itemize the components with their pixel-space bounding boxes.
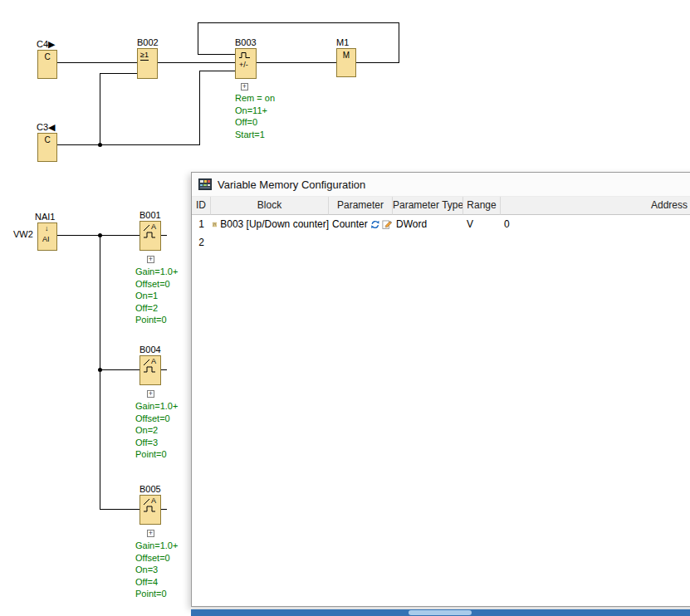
counter-symbol: +/- xyxy=(239,61,248,69)
block-b001-analog-trigger[interactable]: A xyxy=(139,221,161,251)
param-line: Point=0 xyxy=(135,314,178,326)
cursor-key-symbol: C xyxy=(38,135,56,144)
variable-memory-dialog: Variable Memory Configuration ID Block P… xyxy=(191,172,690,607)
param-line: Gain=1.0+ xyxy=(135,400,178,413)
wire[interactable] xyxy=(158,62,235,63)
output-stub xyxy=(161,235,167,236)
column-header-range[interactable]: Range xyxy=(463,197,501,215)
connector-label-c4: C4▶ xyxy=(37,39,56,50)
wire[interactable] xyxy=(356,62,399,63)
param-line: On=3 xyxy=(135,564,178,576)
operand-label-vw2: VW2 xyxy=(13,229,33,239)
expand-params-icon[interactable]: + xyxy=(147,256,154,263)
dialog-title: Variable Memory Configuration xyxy=(218,178,365,191)
table-row[interactable]: 2 xyxy=(192,233,690,252)
cursor-key-symbol: C xyxy=(38,52,56,61)
cell-block[interactable]: B003 [Up/Down counter] xyxy=(211,218,329,230)
analog-input-symbol: AI xyxy=(42,235,50,243)
column-header-parameter[interactable]: Parameter xyxy=(329,197,393,215)
or-gate-symbol: ≥1 xyxy=(140,51,149,61)
output-stub xyxy=(161,509,167,510)
table-header: ID Block Parameter Parameter Type Range … xyxy=(192,197,690,215)
wire[interactable] xyxy=(57,62,137,63)
wire[interactable] xyxy=(198,22,198,54)
block-c4[interactable]: C xyxy=(37,50,57,79)
param-line: Point=0 xyxy=(135,448,178,461)
param-line: Offset=0 xyxy=(135,413,178,425)
wire[interactable] xyxy=(100,73,137,74)
dialog-icon xyxy=(198,178,212,191)
cell-parameter[interactable]: Counter xyxy=(329,218,393,230)
horizontal-scrollbar[interactable] xyxy=(191,609,690,616)
block-b003-counter[interactable]: +/- xyxy=(235,48,257,79)
wire[interactable] xyxy=(100,73,100,145)
column-header-block[interactable]: Block xyxy=(211,197,329,215)
param-line: Gain=1.0+ xyxy=(135,266,178,278)
wire[interactable] xyxy=(399,22,399,63)
params-b003: Rem = on On=11+ Off=0 Start=1 xyxy=(235,92,275,140)
dialog-titlebar[interactable]: Variable Memory Configuration xyxy=(192,173,690,197)
cell-id[interactable]: 1 xyxy=(192,218,211,230)
param-line: Rem = on xyxy=(235,92,275,105)
connector-label-c3: C3◀ xyxy=(37,122,56,133)
block-label-b001: B001 xyxy=(139,210,161,220)
block-label-b005: B005 xyxy=(139,484,161,494)
block-label-b002: B002 xyxy=(137,37,159,47)
wire-junction xyxy=(98,368,102,372)
param-line: Start=1 xyxy=(235,129,275,141)
block-b004-analog-trigger[interactable]: A xyxy=(139,355,161,385)
params-b005: Gain=1.0+ Offset=0 On=3 Off=4 Point=0 xyxy=(135,540,178,600)
column-header-id[interactable]: ID xyxy=(192,197,211,215)
wire[interactable] xyxy=(57,144,199,145)
refresh-icon[interactable] xyxy=(370,219,380,230)
block-label-nai1: NAI1 xyxy=(35,212,55,222)
param-line: Point=0 xyxy=(135,588,178,600)
counter-waveform-icon xyxy=(238,51,252,59)
wire[interactable] xyxy=(198,22,399,23)
fbd-editor-canvas: C4▶ C B002 ≥1 B003 +/- M1 M C3◀ C + Rem … xyxy=(0,0,690,616)
block-b002-or[interactable]: ≥1 xyxy=(137,48,158,79)
block-label-m1: M1 xyxy=(336,37,349,47)
wire-junction xyxy=(98,143,102,147)
input-arrow-icon: ↓ xyxy=(45,224,49,232)
cell-id[interactable]: 2 xyxy=(192,237,211,248)
cell-range[interactable]: V xyxy=(463,218,501,230)
edit-icon[interactable] xyxy=(382,218,393,230)
output-stub xyxy=(161,369,167,370)
param-line: Offset=0 xyxy=(135,278,178,291)
wire[interactable] xyxy=(100,509,139,510)
wire-junction xyxy=(98,233,102,237)
wire[interactable] xyxy=(198,54,235,55)
column-header-parameter-type[interactable]: Parameter Type xyxy=(393,197,463,215)
params-b001: Gain=1.0+ Offset=0 On=1 Off=2 Point=0 xyxy=(135,266,178,326)
expand-params-icon[interactable]: + xyxy=(241,83,248,90)
scrollbar-thumb[interactable] xyxy=(409,610,472,615)
block-nai1-analog-input[interactable]: ↓ AI xyxy=(37,222,57,251)
wire[interactable] xyxy=(100,235,100,510)
param-line: On=1 xyxy=(135,290,178,302)
params-b004: Gain=1.0+ Offset=0 On=2 Off=3 Point=0 xyxy=(135,400,178,461)
expand-params-icon[interactable]: + xyxy=(147,390,154,398)
param-line: On=2 xyxy=(135,424,178,437)
block-c3[interactable]: C xyxy=(37,133,57,162)
expand-params-icon[interactable]: + xyxy=(147,530,154,537)
wire[interactable] xyxy=(100,369,139,370)
block-reference-text: B003 [Up/Down counter] xyxy=(220,218,329,230)
column-header-address[interactable]: Address xyxy=(501,197,690,215)
param-line: Off=0 xyxy=(235,116,275,129)
block-b005-analog-trigger[interactable]: A xyxy=(139,495,161,525)
block-label-b004: B004 xyxy=(139,345,161,354)
block-label-b003: B003 xyxy=(235,37,257,47)
param-line: Off=4 xyxy=(135,576,178,589)
analog-symbol-letter: A xyxy=(151,222,156,231)
flag-symbol: M xyxy=(337,51,355,60)
cell-parameter-type[interactable]: DWord xyxy=(393,218,463,230)
wire[interactable] xyxy=(199,71,235,71)
wire[interactable] xyxy=(199,71,200,145)
analog-symbol-letter: A xyxy=(151,496,156,505)
table-row[interactable]: 1 B003 [Up/Down counter] Counter xyxy=(192,215,690,233)
block-mini-icon xyxy=(213,219,217,230)
cell-address[interactable]: 0 xyxy=(501,218,690,230)
block-m1-flag[interactable]: M xyxy=(336,48,356,77)
wire[interactable] xyxy=(257,62,336,63)
